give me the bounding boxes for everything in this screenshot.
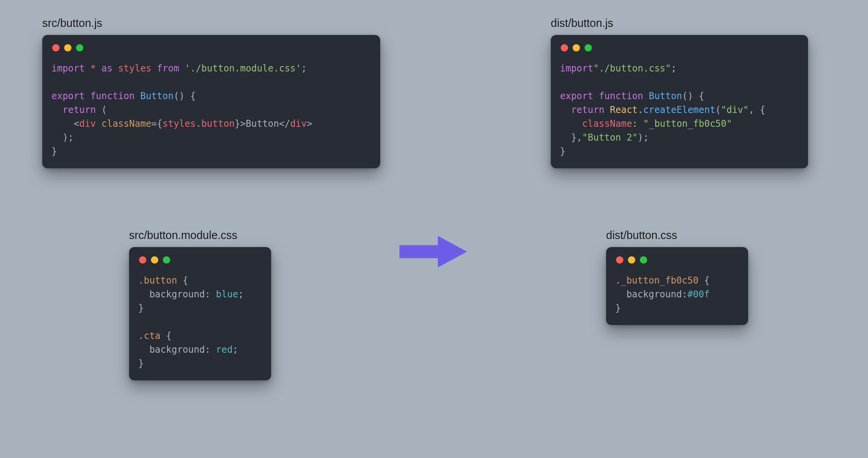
minimize-icon — [64, 44, 71, 51]
close-icon — [52, 44, 60, 51]
dist-css-panel: dist/button.css ._button_fb0c50 { backgr… — [606, 229, 748, 325]
minimize-icon — [573, 44, 580, 51]
close-icon — [616, 256, 623, 264]
traffic-lights — [139, 256, 262, 264]
close-icon — [561, 44, 568, 51]
src-css-code: .button { background: blue; } .cta { bac… — [138, 274, 262, 370]
src-js-window: import * as styles from './button.module… — [42, 35, 380, 168]
src-js-code: import * as styles from './button.module… — [51, 61, 371, 158]
dist-js-window: import"./button.css"; export function Bu… — [551, 35, 808, 168]
maximize-icon — [585, 44, 592, 51]
maximize-icon — [163, 256, 170, 264]
dist-js-filename: dist/button.js — [551, 17, 808, 30]
src-js-panel: src/button.js import * as styles from '.… — [42, 17, 380, 168]
arrow-right-icon — [399, 231, 469, 273]
traffic-lights — [616, 256, 739, 264]
dist-css-code: ._button_fb0c50 { background:#00f } — [615, 274, 739, 315]
src-js-filename: src/button.js — [42, 17, 380, 30]
src-css-window: .button { background: blue; } .cta { bac… — [129, 247, 271, 380]
maximize-icon — [76, 44, 83, 51]
minimize-icon — [151, 256, 158, 264]
dist-css-window: ._button_fb0c50 { background:#00f } — [606, 247, 748, 325]
src-css-panel: src/button.module.css .button { backgrou… — [129, 229, 271, 380]
minimize-icon — [628, 256, 635, 264]
close-icon — [139, 256, 146, 264]
dist-css-filename: dist/button.css — [606, 229, 748, 242]
dist-js-code: import"./button.css"; export function Bu… — [560, 61, 799, 158]
maximize-icon — [640, 256, 647, 264]
traffic-lights — [52, 44, 371, 51]
traffic-lights — [561, 44, 799, 51]
svg-marker-0 — [399, 236, 467, 267]
dist-js-panel: dist/button.js import"./button.css"; exp… — [551, 17, 808, 168]
src-css-filename: src/button.module.css — [129, 229, 271, 242]
